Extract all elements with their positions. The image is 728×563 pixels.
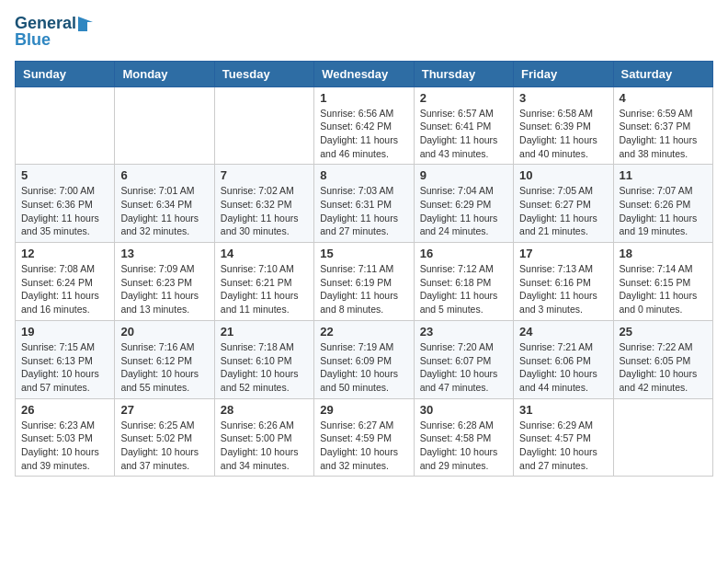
calendar-cell: 15Sunrise: 7:11 AM Sunset: 6:19 PM Dayli… (314, 243, 414, 321)
day-info: Sunrise: 7:22 AM Sunset: 6:05 PM Dayligh… (620, 340, 707, 395)
day-number: 3 (519, 91, 607, 105)
day-number: 8 (320, 168, 407, 182)
calendar-cell: 11Sunrise: 7:07 AM Sunset: 6:26 PM Dayli… (613, 165, 712, 243)
weekday-header-tuesday: Tuesday (214, 61, 313, 86)
calendar-cell: 12Sunrise: 7:08 AM Sunset: 6:24 PM Dayli… (16, 243, 115, 321)
calendar-cell: 26Sunrise: 6:23 AM Sunset: 5:03 PM Dayli… (16, 398, 115, 477)
calendar-cell: 9Sunrise: 7:04 AM Sunset: 6:29 PM Daylig… (414, 165, 513, 243)
day-number: 31 (519, 403, 607, 417)
week-row-0: 1Sunrise: 6:56 AM Sunset: 6:42 PM Daylig… (16, 86, 713, 165)
weekday-header-thursday: Thursday (414, 61, 513, 86)
day-number: 13 (120, 247, 208, 260)
calendar-cell: 27Sunrise: 6:25 AM Sunset: 5:02 PM Dayli… (115, 398, 214, 477)
day-number: 21 (221, 325, 308, 339)
calendar-cell: 23Sunrise: 7:20 AM Sunset: 6:07 PM Dayli… (414, 320, 513, 398)
day-info: Sunrise: 6:26 AM Sunset: 5:00 PM Dayligh… (221, 419, 308, 473)
week-row-4: 26Sunrise: 6:23 AM Sunset: 5:03 PM Dayli… (16, 398, 713, 477)
day-info: Sunrise: 7:15 AM Sunset: 6:13 PM Dayligh… (21, 340, 108, 395)
day-number: 9 (420, 168, 507, 182)
day-info: Sunrise: 7:00 AM Sunset: 6:36 PM Dayligh… (21, 184, 108, 238)
calendar-cell (613, 398, 712, 477)
day-info: Sunrise: 6:56 AM Sunset: 6:42 PM Dayligh… (320, 107, 407, 161)
day-info: Sunrise: 7:12 AM Sunset: 6:18 PM Dayligh… (420, 262, 507, 316)
day-info: Sunrise: 6:57 AM Sunset: 6:41 PM Dayligh… (420, 107, 507, 161)
day-number: 10 (519, 168, 607, 182)
calendar-cell: 3Sunrise: 6:58 AM Sunset: 6:39 PM Daylig… (514, 86, 613, 165)
calendar-cell: 29Sunrise: 6:27 AM Sunset: 4:59 PM Dayli… (314, 398, 414, 477)
day-info: Sunrise: 7:20 AM Sunset: 6:07 PM Dayligh… (420, 340, 507, 395)
calendar-cell: 20Sunrise: 7:16 AM Sunset: 6:12 PM Dayli… (115, 320, 214, 398)
week-row-1: 5Sunrise: 7:00 AM Sunset: 6:36 PM Daylig… (16, 165, 713, 243)
day-number: 18 (620, 247, 707, 260)
day-info: Sunrise: 6:25 AM Sunset: 5:02 PM Dayligh… (120, 419, 208, 473)
day-number: 26 (21, 403, 108, 417)
weekday-header-saturday: Saturday (613, 61, 712, 86)
calendar-cell: 17Sunrise: 7:13 AM Sunset: 6:16 PM Dayli… (514, 243, 613, 321)
calendar-cell: 8Sunrise: 7:03 AM Sunset: 6:31 PM Daylig… (314, 165, 414, 243)
week-row-2: 12Sunrise: 7:08 AM Sunset: 6:24 PM Dayli… (16, 243, 713, 321)
day-info: Sunrise: 7:09 AM Sunset: 6:23 PM Dayligh… (120, 262, 208, 316)
day-info: Sunrise: 7:13 AM Sunset: 6:16 PM Dayligh… (519, 262, 607, 316)
day-info: Sunrise: 7:07 AM Sunset: 6:26 PM Dayligh… (620, 184, 707, 238)
day-number: 4 (620, 91, 707, 105)
day-info: Sunrise: 7:16 AM Sunset: 6:12 PM Dayligh… (120, 340, 208, 395)
calendar-table: SundayMondayTuesdayWednesdayThursdayFrid… (15, 61, 713, 477)
logo-icon (78, 17, 93, 31)
calendar-cell (214, 86, 313, 165)
day-number: 6 (120, 168, 208, 182)
calendar-cell: 30Sunrise: 6:28 AM Sunset: 4:58 PM Dayli… (414, 398, 513, 477)
calendar-cell: 24Sunrise: 7:21 AM Sunset: 6:06 PM Dayli… (514, 320, 613, 398)
calendar-cell: 13Sunrise: 7:09 AM Sunset: 6:23 PM Dayli… (115, 243, 214, 321)
day-number: 1 (320, 91, 407, 105)
day-info: Sunrise: 7:04 AM Sunset: 6:29 PM Dayligh… (420, 184, 507, 238)
calendar-cell: 14Sunrise: 7:10 AM Sunset: 6:21 PM Dayli… (214, 243, 313, 321)
day-number: 30 (420, 403, 507, 417)
day-info: Sunrise: 7:21 AM Sunset: 6:06 PM Dayligh… (519, 340, 607, 395)
day-number: 11 (620, 168, 707, 182)
day-number: 2 (420, 91, 507, 105)
day-number: 22 (320, 325, 407, 339)
weekday-header-friday: Friday (514, 61, 613, 86)
day-info: Sunrise: 7:02 AM Sunset: 6:32 PM Dayligh… (221, 184, 308, 238)
calendar-cell: 18Sunrise: 7:14 AM Sunset: 6:15 PM Dayli… (613, 243, 712, 321)
day-number: 29 (320, 403, 407, 417)
day-number: 27 (120, 403, 208, 417)
calendar-cell: 22Sunrise: 7:19 AM Sunset: 6:09 PM Dayli… (314, 320, 414, 398)
day-info: Sunrise: 7:11 AM Sunset: 6:19 PM Dayligh… (320, 262, 407, 316)
logo: General Blue (15, 15, 93, 50)
day-info: Sunrise: 6:27 AM Sunset: 4:59 PM Dayligh… (320, 419, 407, 473)
weekday-header-row: SundayMondayTuesdayWednesdayThursdayFrid… (16, 61, 713, 86)
logo-text-blue: Blue (15, 31, 51, 50)
day-info: Sunrise: 6:59 AM Sunset: 6:37 PM Dayligh… (620, 107, 707, 161)
day-number: 5 (21, 168, 108, 182)
day-info: Sunrise: 6:29 AM Sunset: 4:57 PM Dayligh… (519, 419, 607, 473)
day-number: 15 (320, 247, 407, 260)
day-number: 24 (519, 325, 607, 339)
calendar-cell: 25Sunrise: 7:22 AM Sunset: 6:05 PM Dayli… (613, 320, 712, 398)
calendar-cell: 6Sunrise: 7:01 AM Sunset: 6:34 PM Daylig… (115, 165, 214, 243)
calendar-cell: 7Sunrise: 7:02 AM Sunset: 6:32 PM Daylig… (214, 165, 313, 243)
calendar-cell: 1Sunrise: 6:56 AM Sunset: 6:42 PM Daylig… (314, 86, 414, 165)
calendar-cell: 10Sunrise: 7:05 AM Sunset: 6:27 PM Dayli… (514, 165, 613, 243)
day-number: 16 (420, 247, 507, 260)
day-number: 19 (21, 325, 108, 339)
day-info: Sunrise: 6:28 AM Sunset: 4:58 PM Dayligh… (420, 419, 507, 473)
day-info: Sunrise: 7:01 AM Sunset: 6:34 PM Dayligh… (120, 184, 208, 238)
calendar-cell: 16Sunrise: 7:12 AM Sunset: 6:18 PM Dayli… (414, 243, 513, 321)
svg-marker-0 (78, 17, 93, 31)
calendar-cell: 4Sunrise: 6:59 AM Sunset: 6:37 PM Daylig… (613, 86, 712, 165)
day-number: 28 (221, 403, 308, 417)
calendar-cell (16, 86, 115, 165)
day-number: 12 (21, 247, 108, 260)
weekday-header-wednesday: Wednesday (314, 61, 414, 86)
weekday-header-sunday: Sunday (16, 61, 115, 86)
calendar-cell: 2Sunrise: 6:57 AM Sunset: 6:41 PM Daylig… (414, 86, 513, 165)
day-info: Sunrise: 7:03 AM Sunset: 6:31 PM Dayligh… (320, 184, 407, 238)
day-info: Sunrise: 7:18 AM Sunset: 6:10 PM Dayligh… (221, 340, 308, 395)
calendar-cell: 31Sunrise: 6:29 AM Sunset: 4:57 PM Dayli… (514, 398, 613, 477)
day-info: Sunrise: 6:23 AM Sunset: 5:03 PM Dayligh… (21, 419, 108, 473)
week-row-3: 19Sunrise: 7:15 AM Sunset: 6:13 PM Dayli… (16, 320, 713, 398)
day-info: Sunrise: 7:19 AM Sunset: 6:09 PM Dayligh… (320, 340, 407, 395)
day-number: 23 (420, 325, 507, 339)
calendar-cell: 19Sunrise: 7:15 AM Sunset: 6:13 PM Dayli… (16, 320, 115, 398)
